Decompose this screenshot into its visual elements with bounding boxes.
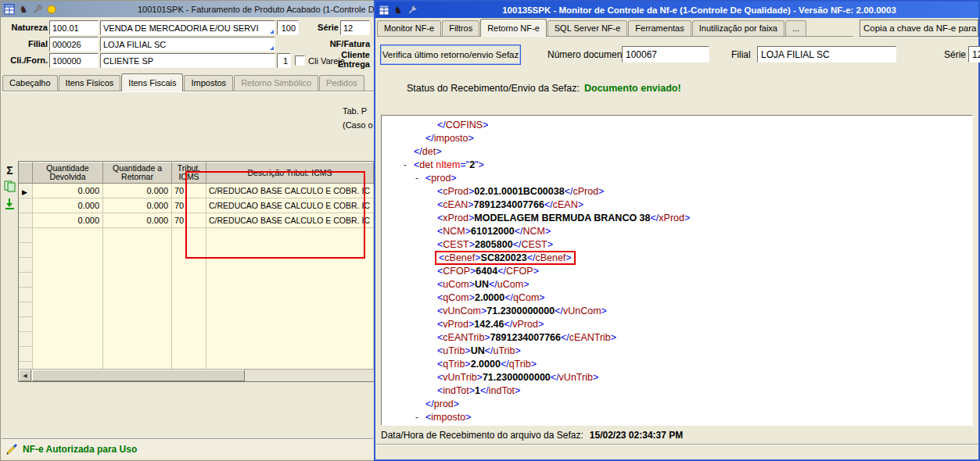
xml-element: <NCM>61012000</NCM>: [437, 226, 551, 237]
grid-empty-cell: [103, 332, 172, 347]
right-tab-tab[interactable]: ...: [785, 20, 806, 36]
grid-empty-cell: [206, 228, 374, 243]
right-tab-sql-server-nf-e[interactable]: SQL Server NF-e: [547, 20, 628, 36]
row-selector-cell[interactable]: [19, 317, 33, 332]
cli-forn-extra-field[interactable]: 1: [277, 53, 291, 68]
xml-token: vProd: [443, 319, 468, 330]
collapse-toggle-icon[interactable]: -: [415, 172, 418, 185]
xml-token: =": [460, 159, 469, 170]
grid-header-qtd-devolvida[interactable]: Quantidade Devolvida: [33, 162, 103, 183]
filial-code-field[interactable]: 000026: [49, 37, 99, 52]
grid-empty-cell: [33, 273, 103, 288]
natureza-label: Natureza: [2, 23, 48, 32]
xml-element: <prod>: [425, 173, 457, 184]
scroll-left-button[interactable]: ◀: [19, 370, 31, 381]
serie-field[interactable]: 12: [968, 46, 980, 63]
right-tab-inutiliza-o-por-faixa[interactable]: Inutilização por faixa: [692, 20, 784, 36]
row-selector-cell[interactable]: [19, 198, 33, 213]
row-selector-cell[interactable]: [19, 273, 33, 288]
xml-line-CFOP: <CFOP>6404</CFOP>: [382, 265, 972, 278]
grid-header-descricao[interactable]: Descrição Tribut. ICMS: [206, 162, 374, 183]
collapse-toggle-icon[interactable]: -: [415, 411, 418, 424]
numero-documento-field[interactable]: 100067: [622, 46, 709, 63]
copy-nfe-key-button[interactable]: Copia a chave da NF-e para: [860, 20, 978, 37]
grid-cell[interactable]: 70: [172, 198, 206, 213]
right-tab-filtros[interactable]: Filtros: [442, 20, 479, 36]
grid-empty-cell: [206, 347, 374, 362]
left-tab-cabe-alho[interactable]: Cabeçalho: [2, 75, 58, 91]
xml-token: CEST: [443, 239, 468, 250]
row-selector-cell[interactable]: ▶: [19, 184, 33, 198]
row-selector-cell[interactable]: [19, 288, 33, 302]
xml-token: CFOP: [506, 266, 533, 277]
xml-token: cBenef: [535, 252, 565, 263]
xml-token: >: [533, 266, 539, 277]
right-tab-retorno-nf-e[interactable]: Retorno NF-e: [480, 19, 547, 37]
grid-header-qtd-retornar[interactable]: Quantidade a Retornar: [103, 162, 172, 183]
grid-cell[interactable]: 0.000: [33, 213, 103, 228]
sum-tool-icon[interactable]: Σ: [3, 163, 16, 177]
natureza-extra-field[interactable]: 100: [277, 20, 299, 35]
row-selector-cell[interactable]: [19, 258, 33, 273]
row-selector-cell[interactable]: [19, 332, 33, 347]
natureza-desc-field[interactable]: VENDA DE MERCADORIA E/OU SERVI: [100, 20, 275, 35]
left-tab-itens-f-sicos[interactable]: Itens Físicos: [59, 75, 121, 91]
row-selector-cell[interactable]: [19, 228, 33, 243]
scroll-thumb[interactable]: [32, 370, 245, 381]
xml-token: >: [565, 252, 571, 263]
cli-forn-label: Cli./Forn.: [2, 55, 48, 65]
filial-field[interactable]: LOJA FILIAL SC: [757, 46, 896, 63]
grid-data-row[interactable]: 0.0000.00070C/REDUCAO BASE CALCULO E COB…: [19, 213, 374, 228]
xml-line-xProd: <xProd>MODELAGEM BERMUDA BRANCO 38</xPro…: [382, 212, 972, 225]
right-tab-ferramentas[interactable]: Ferramentas: [628, 20, 691, 36]
grid-empty-cell: [103, 273, 172, 288]
xml-token: det: [419, 159, 433, 170]
copy-sheets-tool-icon[interactable]: [3, 180, 16, 193]
serie-field[interactable]: 12: [340, 20, 370, 35]
lookup-marker-icon: [270, 46, 274, 50]
grid-cell[interactable]: 70: [172, 213, 206, 228]
right-tab-monitor-nf-e[interactable]: Monitor NF-e: [377, 20, 441, 36]
grid-empty-cell: [172, 243, 206, 258]
cli-forn-code-field[interactable]: 100000: [49, 53, 99, 68]
row-selector-cell[interactable]: [19, 243, 33, 258]
current-row-marker-icon: ▶: [22, 185, 27, 198]
grid-cell[interactable]: 0.000: [33, 198, 103, 213]
xml-element: <imposto>: [425, 412, 471, 423]
xml-token: 61012000: [471, 226, 515, 237]
grid-cell[interactable]: 0.000: [103, 184, 172, 198]
grid-cell[interactable]: C/REDUCAO BASE CALCULO E COBR. IC: [206, 184, 374, 198]
grid-cell[interactable]: C/REDUCAO BASE CALCULO E COBR. IC: [206, 198, 374, 213]
xml-viewer-panel[interactable]: </COFINS></imposto></det>-<det nItem="2"…: [381, 115, 973, 426]
grid-empty-cell: [103, 228, 172, 243]
export-down-tool-icon[interactable]: [3, 197, 16, 210]
grid-cell[interactable]: 0.000: [103, 198, 172, 213]
collapse-toggle-icon[interactable]: -: [404, 159, 407, 172]
left-titlebar[interactable]: ♞ 100101SPK - Faturamento de Produto Aca…: [1, 1, 374, 17]
grid-cell[interactable]: C/REDUCAO BASE CALCULO E COBR. IC: [206, 213, 374, 228]
row-selector-cell[interactable]: [19, 347, 33, 362]
cli-varejo-checkbox[interactable]: [295, 55, 305, 66]
xml-token: imposto: [434, 133, 468, 144]
right-titlebar[interactable]: ♞ 100135SPK - Monitor de Controle da Nf-…: [375, 2, 978, 18]
row-selector-cell[interactable]: [19, 213, 33, 228]
grid-header-tribut-icms[interactable]: Tribut. ICMS: [172, 162, 206, 183]
xml-element: <CFOP>6404</CFOP>: [437, 266, 539, 277]
grid-data-row[interactable]: ▶0.0000.00070C/REDUCAO BASE CALCULO E CO…: [19, 184, 374, 198]
grid-empty-cell: [103, 302, 172, 317]
grid-cell[interactable]: 0.000: [103, 213, 172, 228]
row-selector-cell[interactable]: [19, 302, 33, 317]
left-tab-impostos[interactable]: Impostos: [184, 75, 233, 91]
h-scrollbar[interactable]: ◀: [19, 369, 374, 381]
left-tab-itens-fiscais[interactable]: Itens Fiscais: [121, 73, 183, 91]
xml-token: </: [437, 120, 446, 130]
natureza-code-field[interactable]: 100.01: [49, 20, 99, 35]
panel-partial-text-2: (Caso o: [343, 120, 373, 130]
row-selector-cell[interactable]: [19, 362, 33, 369]
filial-desc-field[interactable]: LOJA FILIAL SC: [100, 37, 275, 52]
grid-cell[interactable]: 70: [172, 184, 206, 198]
grid-data-row[interactable]: 0.0000.00070C/REDUCAO BASE CALCULO E COB…: [19, 198, 374, 213]
cli-forn-desc-field[interactable]: CLIENTE SP: [100, 53, 275, 68]
grid-cell[interactable]: 0.000: [33, 184, 103, 198]
verify-last-return-button[interactable]: Verifica último retorno/envio Sefaz: [380, 45, 521, 65]
